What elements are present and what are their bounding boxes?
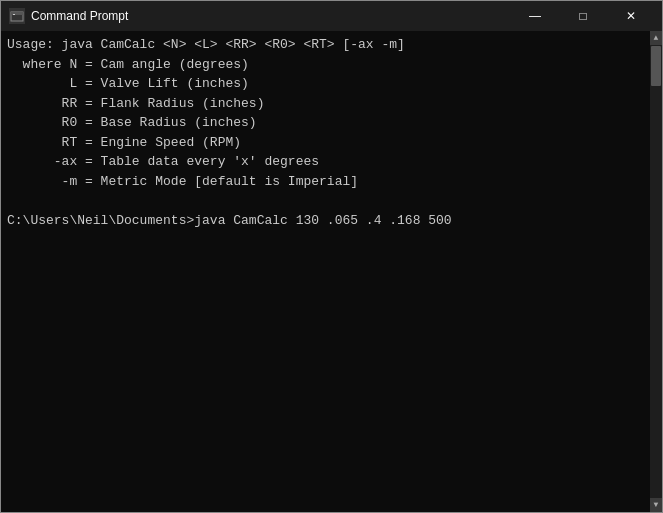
window-title: Command Prompt: [31, 9, 128, 23]
scrollbar-thumb[interactable]: [651, 46, 661, 86]
svg-rect-1: [11, 12, 23, 15]
svg-rect-2: [13, 14, 15, 15]
command-prompt-window: Command Prompt — □ ✕ Usage: java CamCalc…: [0, 0, 663, 513]
scrollbar-track[interactable]: [650, 45, 662, 498]
title-bar-controls: — □ ✕: [512, 1, 654, 31]
console-text: Usage: java CamCalc <N> <L> <RR> <R0> <R…: [7, 35, 656, 230]
window-icon: [9, 8, 25, 24]
console-output: Usage: java CamCalc <N> <L> <RR> <R0> <R…: [1, 31, 662, 512]
scrollbar[interactable]: ▲ ▼: [650, 31, 662, 512]
maximize-button[interactable]: □: [560, 1, 606, 31]
close-button[interactable]: ✕: [608, 1, 654, 31]
minimize-button[interactable]: —: [512, 1, 558, 31]
scroll-down-arrow[interactable]: ▼: [650, 498, 662, 512]
scroll-up-arrow[interactable]: ▲: [650, 31, 662, 45]
title-bar-left: Command Prompt: [9, 8, 128, 24]
title-bar: Command Prompt — □ ✕: [1, 1, 662, 31]
